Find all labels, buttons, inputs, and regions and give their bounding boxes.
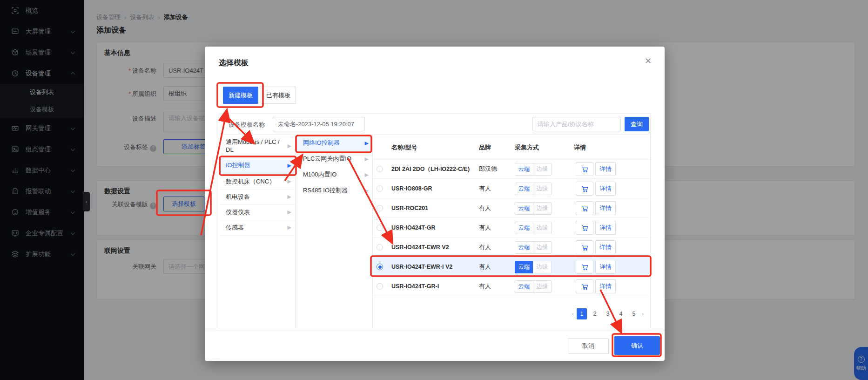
detail-button[interactable]: 详情 — [595, 182, 616, 196]
subcategory-menu: 网络IO控制器▶ PLC云网关内置IO▶ M100内置IO▶ RS485 IO控… — [296, 135, 373, 328]
edge-mode-button[interactable]: 边缘 — [533, 241, 552, 254]
cloud-mode-button[interactable]: 云端 — [515, 202, 533, 215]
table-row[interactable]: USR-IO424T-GR-I 有人 云端边缘 详情 — [373, 277, 650, 296]
cart-button[interactable] — [576, 221, 593, 235]
tab-new-template[interactable]: 新建模板 — [223, 87, 258, 104]
table-row[interactable]: USR-IO424T-GR 有人 云端边缘 详情 — [373, 218, 650, 238]
subcategory-item-m100-io[interactable]: M100内置IO▶ — [296, 167, 372, 183]
caret-right-icon: ▶ — [288, 143, 291, 149]
detail-button[interactable]: 详情 — [595, 240, 616, 254]
cancel-button[interactable]: 取消 — [568, 338, 609, 354]
row-radio[interactable] — [377, 205, 383, 211]
row-brand: 有人 — [479, 218, 491, 238]
close-icon[interactable]: ✕ — [645, 56, 652, 66]
category-item-modbus[interactable]: 通用Modbus / PLC / DL▶ — [219, 135, 295, 157]
cart-icon — [581, 244, 589, 251]
cart-button[interactable] — [576, 182, 593, 196]
collect-mode-toggle: 云端边缘 — [515, 202, 552, 215]
category-item-sensor[interactable]: 传感器▶ — [219, 220, 295, 236]
cloud-mode-button[interactable]: 云端 — [515, 222, 533, 234]
subcategory-label: M100内置IO — [303, 170, 336, 179]
collect-mode-toggle: 云端边缘 — [515, 241, 552, 254]
row-radio[interactable] — [377, 224, 383, 231]
cloud-mode-button-selected[interactable]: 云端 — [515, 261, 533, 273]
row-radio[interactable] — [377, 166, 383, 172]
caret-right-icon: ▶ — [365, 188, 369, 194]
row-radio-selected[interactable] — [377, 264, 383, 270]
subcategory-item-plc-cloud-io[interactable]: PLC云网关内置IO▶ — [296, 151, 372, 167]
page-2[interactable]: 2 — [590, 308, 600, 319]
row-brand: 有人 — [479, 238, 491, 257]
page-1[interactable]: 1 — [577, 308, 587, 319]
edge-mode-button[interactable]: 边缘 — [533, 183, 552, 195]
footer-divider — [205, 331, 665, 331]
row-radio[interactable] — [377, 283, 383, 290]
template-table: 名称/型号 品牌 采集方式 详情 2DI 2AI 2DO（LH-IO222-C/… — [373, 135, 650, 328]
search-button[interactable]: 查询 — [625, 117, 649, 131]
category-item-instrument[interactable]: 仪器仪表▶ — [219, 205, 295, 220]
product-search-input[interactable] — [532, 117, 621, 131]
category-item-electromechanical[interactable]: 机电设备▶ — [219, 190, 295, 205]
cart-button[interactable] — [576, 201, 593, 215]
template-name-input[interactable] — [273, 117, 365, 131]
cloud-mode-button[interactable]: 云端 — [515, 183, 533, 195]
caret-right-icon: ▶ — [288, 163, 291, 169]
row-radio[interactable] — [377, 185, 383, 192]
category-item-cnc[interactable]: 数控机床（CNC）▶ — [219, 174, 295, 190]
edge-mode-button[interactable]: 边缘 — [533, 202, 552, 215]
row-name: USR-IO424T-GR — [391, 218, 435, 238]
cart-icon — [581, 224, 589, 232]
app-root: 概览 大屏管理 场景管理 设备管理 设备列表 设备模板 网关管理 组态 — [0, 0, 868, 380]
cart-button[interactable] — [576, 279, 593, 293]
cart-button[interactable] — [576, 162, 593, 176]
page-3[interactable]: 3 — [603, 308, 613, 319]
category-item-io-controller[interactable]: IO控制器▶ — [219, 157, 295, 174]
confirm-button[interactable]: 确认 — [614, 336, 660, 355]
collect-mode-toggle: 云端边缘 — [515, 280, 552, 293]
row-name: USR-IO424T-EWR V2 — [391, 238, 449, 257]
cart-icon — [581, 283, 589, 291]
table-row[interactable]: USR-IO424T-EWR V2 有人 云端边缘 详情 — [373, 238, 650, 257]
template-name-row: 设备模板名称 查询 — [219, 114, 650, 135]
header-name: 名称/型号 — [391, 143, 417, 152]
edge-mode-button[interactable]: 边缘 — [533, 280, 552, 293]
table-row[interactable]: USR-IO808-GR 有人 云端边缘 详情 — [373, 179, 650, 198]
cloud-mode-button[interactable]: 云端 — [515, 280, 533, 293]
detail-button[interactable]: 详情 — [595, 162, 616, 176]
cart-button[interactable] — [576, 240, 593, 254]
edge-mode-button[interactable]: 边缘 — [533, 222, 552, 234]
page-5[interactable]: 5 — [629, 308, 639, 319]
detail-button[interactable]: 详情 — [595, 201, 616, 215]
header-detail: 详情 — [574, 143, 586, 152]
header-collect-mode: 采集方式 — [515, 143, 539, 152]
page-next-icon[interactable]: › — [642, 311, 644, 317]
cart-button[interactable] — [576, 260, 593, 274]
category-label: 数控机床（CNC） — [226, 178, 275, 185]
edge-mode-button[interactable]: 边缘 — [533, 163, 552, 176]
category-label: 机电设备 — [226, 193, 250, 201]
cart-icon — [581, 165, 589, 173]
row-name: USR-IO424T-EWR-I V2 — [391, 257, 452, 277]
detail-button[interactable]: 详情 — [595, 260, 616, 274]
tab-existing-template[interactable]: 已有模板 — [261, 87, 296, 104]
table-row[interactable]: USR-ROC201 有人 云端边缘 详情 — [373, 198, 650, 218]
cloud-mode-button[interactable]: 云端 — [515, 241, 533, 254]
table-header: 名称/型号 品牌 采集方式 详情 — [373, 135, 650, 159]
modal-title: 选择模板 — [219, 58, 249, 68]
caret-right-icon: ▶ — [365, 156, 369, 162]
detail-button[interactable]: 详情 — [595, 221, 616, 235]
table-row[interactable]: 2DI 2AI 2DO（LH-IO222-C/E) 郎汉德 云端边缘 详情 — [373, 159, 650, 179]
detail-button[interactable]: 详情 — [595, 279, 616, 293]
row-radio[interactable] — [377, 244, 383, 251]
cart-icon — [581, 185, 589, 193]
page-4[interactable]: 4 — [616, 308, 626, 319]
subcategory-item-rs485-io[interactable]: RS485 IO控制器▶ — [296, 183, 372, 198]
subcategory-item-network-io[interactable]: 网络IO控制器▶ — [296, 135, 372, 151]
edge-mode-button[interactable]: 边缘 — [533, 261, 552, 273]
page-prev-icon[interactable]: ‹ — [572, 311, 574, 317]
cloud-mode-button[interactable]: 云端 — [515, 163, 533, 176]
subcategory-label: RS485 IO控制器 — [303, 186, 348, 195]
caret-right-icon: ▶ — [288, 224, 291, 231]
table-row-selected[interactable]: USR-IO424T-EWR-I V2 有人 云端边缘 详情 — [373, 257, 650, 277]
row-brand: 有人 — [479, 257, 491, 277]
